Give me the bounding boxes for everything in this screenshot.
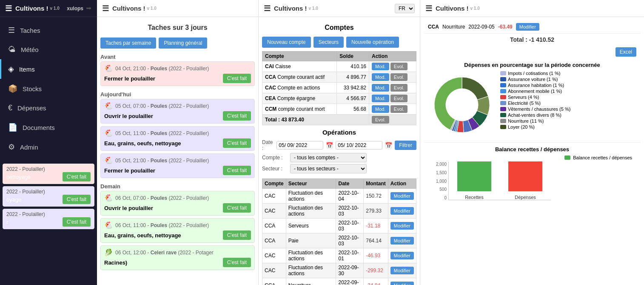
evol-button[interactable]: Evol.: [390, 84, 407, 92]
depenses-hamburger-icon[interactable]: ☰: [425, 4, 432, 13]
balance-green-indicator: [564, 155, 570, 160]
legend-color-swatch: [500, 95, 506, 99]
comptes-hamburger-icon[interactable]: ☰: [264, 4, 271, 13]
ops-row: CAC Fluctuation des actions 2022-10-03 2…: [262, 204, 416, 219]
mod-button[interactable]: Mod.: [372, 63, 389, 70]
ops-modifier-button[interactable]: Modifier: [390, 252, 414, 259]
mod-button[interactable]: Mod.: [372, 105, 389, 113]
legend-label: Assurance habitation (1 %): [508, 83, 564, 88]
nouvelle-operation-button[interactable]: Nouvelle opération: [346, 37, 399, 48]
secteurs-button[interactable]: Secteurs: [313, 37, 344, 48]
cest-fait-today-2[interactable]: C'est fait: [223, 138, 251, 148]
donut-area: Impots / cotisations (1 %)Assurance voit…: [428, 71, 636, 139]
legend-item: Abonnement mobile (1 %): [500, 89, 636, 94]
tasks-hamburger-icon[interactable]: ☰: [102, 4, 109, 13]
logout-button[interactable]: ⮕: [86, 5, 92, 12]
ops-col-montant: Montant: [364, 179, 388, 189]
sidebar-item-items[interactable]: ◈ Items: [0, 59, 97, 79]
depenses-app-title: Cultivons !: [436, 5, 469, 12]
ops-modifier-button[interactable]: Modifier: [390, 237, 414, 245]
ops-row: CAC Fluctuation des actions 2022-09-30 -…: [262, 263, 416, 278]
partial-cest-fait-3[interactable]: C'est fait: [63, 217, 91, 227]
excel-button-area: Excel: [424, 46, 641, 58]
comptes-app-version: v 1.0: [309, 6, 318, 11]
balance-legend-label: Balance recettes / dépenses: [573, 155, 632, 160]
partial-cest-fait-1[interactable]: C'est fait: [63, 172, 91, 181]
sidebar-item-meteo[interactable]: 🌤 Météo: [0, 40, 97, 59]
legend-color-swatch: [500, 113, 506, 117]
mod-button[interactable]: Mod.: [372, 73, 389, 81]
ops-modifier-button[interactable]: Modifier: [390, 192, 414, 200]
sidebar-item-label-stocks: Stocks: [23, 85, 42, 92]
documents-icon: 📄: [8, 123, 17, 132]
task-icon-d3: 🥬: [104, 248, 113, 256]
total-evol-button[interactable]: Evol.: [372, 116, 389, 124]
section-aujourdhui: Aujourd'hui: [100, 89, 255, 99]
ops-modifier-button[interactable]: Modifier: [390, 282, 414, 285]
recettes-bar-fill: [457, 161, 491, 191]
secteur-select[interactable]: - tous les secteurs -: [290, 164, 367, 173]
sidebar-item-documents[interactable]: 📄 Documents: [0, 118, 97, 137]
cest-fait-demain-3[interactable]: C'est fait: [223, 258, 251, 267]
partial-cest-fait-2[interactable]: C'est fait: [63, 195, 91, 204]
compte-row: Compte : - tous les comptes -: [262, 153, 416, 162]
depenses-header-row: CCA Nourriture 2022-09-05 -63.49 Modifie…: [424, 20, 641, 34]
ops-modifier-button[interactable]: Modifier: [390, 207, 414, 215]
ops-modifier-button[interactable]: Modifier: [390, 267, 414, 274]
comptes-col-solde: Solde: [337, 52, 369, 61]
comptes-col-action: Action: [369, 52, 416, 61]
evol-button[interactable]: Evol.: [390, 63, 407, 70]
compte-select[interactable]: - tous les comptes -: [290, 153, 367, 162]
sidebar: ☰ Cultivons ! v 1.0 xulops ⮕ ☰ Taches 🌤 …: [0, 0, 97, 285]
comptes-row: CEA Compte épargne 4 566.97 Mod. Evol.: [262, 93, 416, 104]
planning-general-button[interactable]: Planning général: [159, 37, 207, 49]
app-version: v 1.0: [50, 6, 60, 11]
nouveau-compte-button[interactable]: Nouveau compte: [262, 37, 311, 48]
sidebar-item-label-taches: Taches: [20, 27, 40, 34]
logout-user: xulops: [67, 6, 83, 12]
task-icon-1: 🐔: [104, 102, 113, 110]
ops-row: CCA Serveurs 2022-10-03 -31.18 Modifier: [262, 219, 416, 233]
evol-button[interactable]: Evol.: [390, 95, 407, 102]
ops-modifier-button[interactable]: Modifier: [390, 222, 414, 230]
evol-button[interactable]: Evol.: [390, 73, 407, 81]
mod-button[interactable]: Mod.: [372, 95, 389, 102]
cest-fait-today-1[interactable]: C'est fait: [223, 111, 251, 121]
legend-label: Assurance voiture (1 %): [508, 77, 558, 82]
tasks-par-semaine-button[interactable]: Taches par semaine: [100, 37, 156, 49]
comptes-col-compte: Compte: [262, 52, 337, 61]
dep-modifier-button[interactable]: Modifier: [516, 23, 539, 31]
sidebar-item-admin[interactable]: ⚙ Admin: [0, 137, 97, 157]
cest-fait-demain-1[interactable]: C'est fait: [223, 203, 251, 213]
evol-button[interactable]: Evol.: [390, 105, 407, 113]
legend-label: Loyer (20 %): [508, 124, 535, 130]
task-icon-poules: 🐔: [104, 64, 113, 72]
cest-fait-avant-1[interactable]: C'est fait: [223, 74, 251, 83]
task-card-demain-1: 🐔 06 Oct, 07:00 - Poules (2022 - Poulail…: [100, 191, 255, 216]
filtrer-button[interactable]: Filtrer: [395, 141, 416, 150]
cest-fait-demain-2[interactable]: C'est fait: [223, 230, 251, 240]
operations-title: Opérations: [262, 125, 416, 138]
lang-select[interactable]: FR EN: [395, 4, 415, 13]
excel-button[interactable]: Excel: [616, 47, 636, 57]
operations-form: Date : 📅 📅 Filtrer Compte : - tous les c…: [262, 138, 416, 177]
calendar-au-icon[interactable]: 📅: [385, 142, 392, 149]
sidebar-nav: ☰ Taches 🌤 Météo ◈ Items 📦 Stocks € Dépe…: [0, 17, 97, 157]
partial-task-1: 2022 - Poulailler) nettoyage C'est fait: [3, 164, 94, 184]
sidebar-item-depenses[interactable]: € Dépenses: [0, 98, 97, 118]
legend-label: Serveurs (4 %): [508, 95, 539, 100]
mod-button[interactable]: Mod.: [372, 84, 389, 92]
hamburger-icon[interactable]: ☰: [5, 4, 12, 13]
calendar-du-icon[interactable]: 📅: [326, 142, 333, 149]
date-du-input[interactable]: [276, 141, 323, 150]
cest-fait-today-3[interactable]: C'est fait: [223, 166, 251, 175]
sidebar-item-taches[interactable]: ☰ Taches: [0, 20, 97, 40]
task-card-today-2: 🐔 05 Oct, 11:00 - Poules (2022 - Poulail…: [100, 126, 255, 151]
date-row: Date : 📅 📅 Filtrer: [262, 139, 416, 151]
ops-col-action: Action: [388, 179, 416, 189]
date-au-input[interactable]: [336, 141, 382, 150]
sidebar-item-stocks[interactable]: 📦 Stocks: [0, 79, 97, 98]
tasks-content: Taches sur 3 jours Taches par semaine Pl…: [97, 17, 258, 285]
legend-label: Achat-ventes divers (8 %): [508, 112, 561, 118]
meteo-icon: 🌤: [8, 45, 16, 54]
